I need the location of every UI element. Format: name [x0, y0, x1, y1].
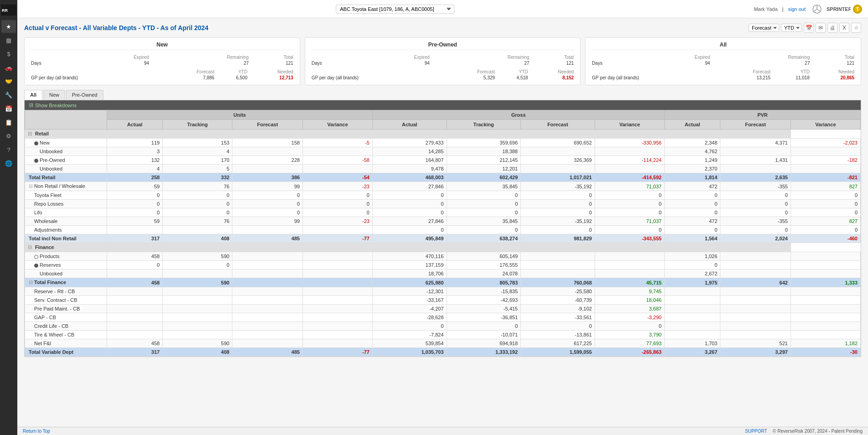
svg-text:SPRINTER: SPRINTER — [827, 6, 851, 12]
u-tracking: 0 — [163, 191, 232, 200]
table-row: ⊟Non Retail / Wholesale 59 76 99 -23 27,… — [25, 182, 861, 191]
g-forecast: 0 — [521, 200, 595, 208]
g-actual: 625,980 — [372, 278, 447, 287]
g-tracking: 0 — [447, 208, 521, 217]
star-icon[interactable]: ☆ — [851, 23, 861, 33]
page-header: Actual v Forecast - All Variable Depts -… — [24, 23, 861, 33]
tab-all[interactable]: All — [24, 90, 42, 100]
row-label: Reserve - Rtl - CB — [25, 287, 107, 296]
u-tracking: 408 — [163, 234, 232, 243]
u-actual: 3 — [107, 147, 163, 156]
summary-card-preowned: Pre-Owned Expired Remaining Total Days 9… — [305, 37, 581, 85]
g-tracking: 35,845 — [447, 217, 521, 226]
p-actual: 2,672 — [664, 269, 720, 278]
sidebar-item-settings[interactable]: ⚙ — [1, 129, 16, 142]
row-label: Wholesale — [25, 217, 107, 226]
table-row: Total incl Non Retail 317 408 485 -77 49… — [25, 234, 861, 243]
calendar-icon[interactable]: 📅 — [804, 23, 814, 33]
app-logo: RR — [1, 4, 16, 16]
g-actual: 0 — [372, 208, 447, 217]
g-forecast: 690,652 — [521, 139, 595, 147]
sidebar-item-help[interactable]: ? — [1, 143, 16, 156]
th-u-actual: Actual — [107, 120, 163, 129]
p-variance — [791, 261, 860, 269]
u-forecast — [232, 147, 303, 156]
sidebar-item-favorites[interactable]: ★ — [1, 20, 16, 33]
p-actual: 0 — [664, 200, 720, 208]
u-forecast: 386 — [232, 173, 303, 182]
u-actual: 132 — [107, 156, 163, 165]
sidebar-item-reports[interactable]: 📋 — [1, 116, 16, 129]
g-forecast: 1,599,055 — [521, 348, 595, 357]
sign-out-link[interactable]: sign out — [788, 6, 806, 12]
u-actual — [107, 322, 163, 331]
g-tracking: -15,835 — [447, 287, 521, 296]
g-tracking: 24,078 — [447, 269, 521, 278]
table-row: ⊟Total Finance 458 590 625,980 805,783 7… — [25, 278, 861, 287]
brand-badge: T — [853, 4, 863, 14]
p-forecast: 0 — [720, 191, 791, 200]
g-tracking: 12,201 — [447, 165, 521, 173]
grp-header-cell: ⊟ Finance — [25, 243, 791, 252]
period-select[interactable]: Forecast — [749, 24, 779, 32]
g-actual: -33,167 — [372, 296, 447, 305]
sidebar-item-dashboard[interactable]: ▦ — [1, 34, 16, 47]
g-actual: 468,003 — [372, 173, 447, 182]
u-forecast — [232, 287, 303, 296]
g-tracking: 605,149 — [447, 252, 521, 261]
g-variance: 0 — [595, 322, 664, 331]
p-forecast: 1,431 — [720, 156, 791, 165]
p-forecast — [720, 331, 791, 339]
tab-preowned[interactable]: Pre-Owned — [66, 90, 103, 100]
u-tracking — [163, 305, 232, 313]
u-variance — [303, 322, 372, 331]
g-tracking: -5,415 — [447, 305, 521, 313]
u-forecast: 0 — [232, 200, 303, 208]
sidebar-item-service[interactable]: 🔧 — [1, 88, 16, 101]
card-expired-head-new: Expired — [79, 55, 149, 60]
data-table: Units Gross PVR Actual Tracking Forecast… — [25, 110, 861, 357]
row-label: Unbooked — [25, 147, 107, 156]
card-needed-new: 12,713 — [248, 75, 293, 80]
tab-new[interactable]: New — [43, 90, 65, 100]
p-forecast — [720, 296, 791, 305]
card-gp-label-new: GP per day (all brands) — [31, 75, 164, 80]
g-variance: 0 — [595, 208, 664, 217]
show-breakdowns-bar[interactable]: ⊟ Show Breakdowns — [25, 100, 861, 110]
p-forecast — [720, 322, 791, 331]
topbar: ABC Toyota East [1079, 186, A, ABC0005] … — [17, 0, 868, 18]
g-forecast: -35,192 — [521, 182, 595, 191]
dealer-select[interactable]: ABC Toyota East [1079, 186, A, ABC0005] — [336, 5, 454, 14]
u-tracking — [163, 296, 232, 305]
p-variance — [791, 287, 860, 296]
u-forecast — [232, 322, 303, 331]
sidebar-item-vehicles[interactable]: 🚗 — [1, 61, 16, 74]
u-tracking: 76 — [163, 182, 232, 191]
g-actual: 279,433 — [372, 139, 447, 147]
row-label: New — [25, 139, 107, 147]
p-variance — [791, 305, 860, 313]
svg-text:T: T — [856, 7, 859, 12]
p-actual: 2,348 — [664, 139, 720, 147]
u-variance — [303, 269, 372, 278]
table-row: Pre-Owned 132 170 228 -58 164,807 212,14… — [25, 156, 861, 165]
excel-icon[interactable]: X — [839, 23, 849, 33]
return-top-link[interactable]: Return to Top — [23, 429, 50, 434]
g-actual: 14,285 — [372, 147, 447, 156]
sidebar-item-finance[interactable]: $ — [1, 47, 16, 60]
card-days-label-new: Days — [31, 61, 78, 66]
range-select[interactable]: YTD — [781, 24, 802, 32]
sidebar-item-deals[interactable]: 🤝 — [1, 75, 16, 88]
u-actual — [107, 269, 163, 278]
email-icon[interactable]: ✉ — [816, 23, 826, 33]
g-actual: 470,116 — [372, 252, 447, 261]
sidebar-item-global[interactable]: 🌐 — [1, 157, 16, 170]
support-link[interactable]: SUPPORT — [745, 429, 767, 434]
sidebar-item-calendar[interactable]: 📅 — [1, 102, 16, 115]
u-actual: 258 — [107, 173, 163, 182]
p-forecast — [720, 165, 791, 173]
print-icon[interactable]: 🖨 — [827, 23, 837, 33]
p-variance — [791, 147, 860, 156]
u-actual: 0 — [107, 208, 163, 217]
table-row: Adjustments 0 0 0 0 0 0 0 — [25, 226, 861, 234]
